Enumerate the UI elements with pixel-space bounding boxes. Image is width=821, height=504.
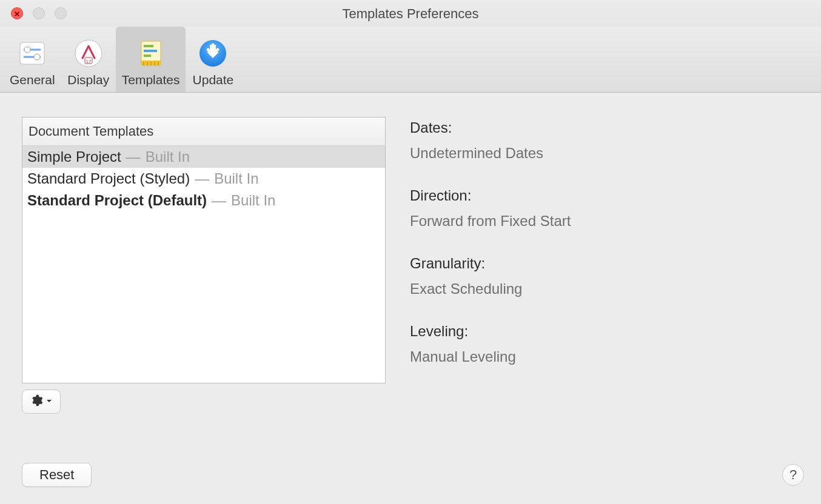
detail-field-direction: Direction: Forward from Fixed Start — [410, 187, 799, 230]
svg-rect-9 — [144, 45, 153, 47]
template-row[interactable]: Simple Project — Built In — [22, 146, 385, 168]
sliders-icon — [16, 38, 48, 69]
toolbar-item-general[interactable]: General — [4, 27, 61, 92]
traffic-lights — [0, 7, 67, 19]
preferences-toolbar: General 17 Display — [0, 27, 821, 93]
templates-list: Document Templates Simple Project — Buil… — [22, 117, 386, 383]
window-zoom-button — [55, 7, 67, 19]
template-tag: Built In — [231, 192, 275, 209]
template-name: Standard Project (Styled) — [27, 170, 190, 187]
calendar-icon: 17 — [73, 38, 104, 69]
content-area: Document Templates Simple Project — Buil… — [0, 93, 821, 504]
detail-value: Forward from Fixed Start — [410, 213, 799, 230]
footer: Reset ? — [22, 463, 804, 487]
toolbar-label: Templates — [122, 73, 180, 87]
dash: — — [195, 170, 209, 187]
gear-icon — [30, 394, 43, 409]
toolbar-item-templates[interactable]: Templates — [116, 27, 186, 92]
templates-list-header: Document Templates — [22, 118, 385, 146]
toolbar-item-update[interactable]: Update — [186, 27, 240, 92]
titlebar: Templates Preferences — [0, 0, 821, 27]
svg-text:17: 17 — [85, 59, 91, 64]
template-row[interactable]: Standard Project (Styled) — Built In — [22, 168, 385, 190]
detail-label: Leveling: — [410, 323, 799, 340]
dash: — — [126, 148, 141, 165]
templates-list-body: Simple Project — Built In Standard Proje… — [22, 146, 385, 383]
template-details: Dates: Undetermined Dates Direction: For… — [410, 117, 799, 504]
detail-label: Granularity: — [410, 255, 799, 272]
window-minimize-button — [33, 7, 45, 19]
svg-point-2 — [24, 47, 30, 53]
detail-label: Direction: — [410, 187, 799, 204]
svg-rect-19 — [210, 45, 216, 53]
detail-value: Manual Leveling — [410, 348, 799, 365]
detail-value: Exact Scheduling — [410, 280, 799, 297]
templates-actions-menu[interactable] — [22, 390, 61, 414]
window-close-button[interactable] — [11, 7, 23, 19]
template-tag: Built In — [146, 148, 190, 165]
templates-icon — [135, 38, 167, 69]
toolbar-item-display[interactable]: 17 Display — [61, 27, 116, 92]
svg-rect-0 — [20, 42, 44, 64]
window-title: Templates Preferences — [0, 6, 821, 22]
detail-field-granularity: Granularity: Exact Scheduling — [410, 255, 799, 297]
help-button[interactable]: ? — [782, 464, 804, 486]
svg-point-4 — [34, 54, 40, 60]
toolbar-label: General — [10, 73, 55, 87]
templates-column: Document Templates Simple Project — Buil… — [22, 117, 386, 504]
dash: — — [212, 192, 226, 209]
reset-button[interactable]: Reset — [22, 463, 92, 487]
svg-rect-11 — [144, 55, 151, 57]
download-icon — [197, 38, 229, 69]
detail-field-dates: Dates: Undetermined Dates — [410, 119, 799, 162]
svg-rect-10 — [144, 50, 157, 52]
template-row[interactable]: Standard Project (Default) — Built In — [22, 190, 385, 211]
toolbar-label: Update — [193, 73, 234, 87]
template-tag: Built In — [214, 170, 258, 187]
toolbar-label: Display — [67, 73, 109, 87]
template-name: Standard Project (Default) — [27, 192, 207, 209]
detail-value: Undetermined Dates — [410, 145, 799, 162]
chevron-down-icon — [45, 396, 53, 407]
detail-label: Dates: — [410, 119, 799, 136]
detail-field-leveling: Leveling: Manual Leveling — [410, 323, 799, 365]
template-name: Simple Project — [27, 148, 121, 165]
